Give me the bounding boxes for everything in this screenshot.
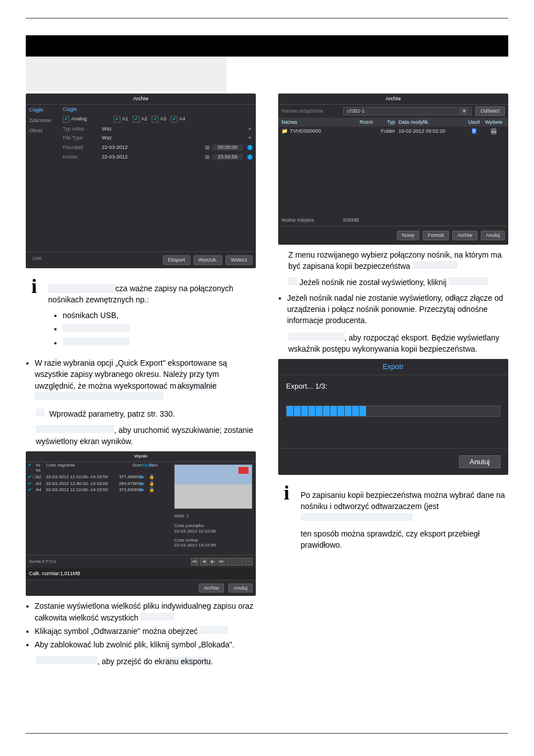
checkbox-analog[interactable]: Analog xyxy=(63,116,87,123)
col-header: Nazwa xyxy=(282,119,356,125)
top-rule xyxy=(26,18,508,18)
screenshot-search: Archiw Ciągłe Zdarzenie Obraz Ciągłe Ana… xyxy=(26,94,256,268)
step-number-placeholder xyxy=(288,277,297,285)
list-item: Klikając symbol „Odtwarzanie" można obej… xyxy=(35,626,256,637)
table-row[interactable]: A322-03-2012 12:40:10--14:16:09284,679KB… xyxy=(26,480,168,487)
play-icon[interactable]: — xyxy=(491,128,496,134)
pager-next[interactable]: ▶ xyxy=(209,558,217,566)
note-text: Po zapisaniu kopii bezpieczeństwa można … xyxy=(301,489,508,524)
step-number-placeholder xyxy=(36,409,45,417)
dialog-title: Archiw xyxy=(26,94,256,105)
free-space-value: 835MB xyxy=(343,217,359,223)
back-button[interactable]: Wstecz xyxy=(226,255,252,265)
sidebar-item[interactable]: Ciągłe xyxy=(26,105,59,115)
checkbox-ch[interactable]: A4 xyxy=(171,116,185,123)
device-label: Nazwa urządzenia xyxy=(282,108,343,114)
table-row[interactable]: ☐A222-03-2012 12:10:00--14:15:59377,466K… xyxy=(26,474,168,480)
col-header: Czas nagrania xyxy=(46,463,113,473)
step-text: Z menu rozwijanego wybierz połączony noś… xyxy=(288,249,508,272)
pager-prev[interactable]: ◀ xyxy=(200,558,208,566)
dialog-title: Wyniki xyxy=(26,451,256,462)
screenshot-export-progress: Expotr Export... 1/3: Anuluj xyxy=(278,359,508,475)
date-field[interactable]: 22-03-2012 xyxy=(102,154,203,160)
info-icon: i xyxy=(26,278,43,294)
step-text: Jeżeli nośnik nie został wyświetlony, kl… xyxy=(299,278,447,287)
lock-icon[interactable]: 🔒 xyxy=(149,487,157,493)
preview-image xyxy=(174,464,252,509)
export-button[interactable]: Eksport xyxy=(163,255,190,265)
delete-icon[interactable]: ✕ xyxy=(472,128,476,134)
field-value[interactable]: Wsz xyxy=(102,135,247,141)
field-label: Typ video xyxy=(63,126,102,132)
clock-icon[interactable] xyxy=(247,145,252,150)
checkbox-ch[interactable]: A2 xyxy=(133,116,147,123)
highlight-text xyxy=(288,333,344,340)
field-label: Koniec xyxy=(63,154,102,160)
time-field[interactable]: 00:00:00 xyxy=(212,144,243,151)
cancel-button[interactable]: Anuluj xyxy=(228,584,252,593)
list-item xyxy=(63,337,256,348)
col-header: Wyśw xyxy=(141,463,149,473)
screenshot-device: Archiw Nazwa urządzenia USB1-1▾ Odśwież … xyxy=(278,94,508,245)
col-header: Usuń xyxy=(466,119,483,125)
archive-button[interactable]: Archiw xyxy=(452,231,477,240)
section-subheader-placeholder xyxy=(26,58,227,91)
sidebar-item-live[interactable]: Live xyxy=(32,255,42,265)
play-icon[interactable]: ▶ xyxy=(141,481,149,487)
col-header: Zabl. xyxy=(149,463,157,473)
tab-active[interactable]: Ciągłe xyxy=(63,106,77,113)
screenshot-results: Wyniki Nr ka Czas nagrania Size Wyśw Zab… xyxy=(26,451,256,596)
pager-last[interactable]: ⏭ xyxy=(218,558,226,566)
checkbox-header[interactable] xyxy=(28,463,36,473)
col-header: Size xyxy=(113,463,141,473)
pager-first[interactable]: ⏮ xyxy=(191,558,199,566)
play-icon[interactable]: ▶ xyxy=(141,487,149,493)
new-button[interactable]: Nowy xyxy=(397,231,420,240)
table-row[interactable]: A422-03-2012 12:10:00--14:15:59373,830KB… xyxy=(26,487,168,493)
step-text: Wprowadź parametry, patrz str. 330. xyxy=(49,409,175,418)
pager-go[interactable]: → xyxy=(245,558,252,566)
search-button[interactable]: Wyszuk. xyxy=(194,255,223,265)
list-item: Aby zablokować lub zwolnić plik, kliknij… xyxy=(35,639,256,650)
field-value[interactable]: Wsz xyxy=(102,126,247,132)
field-label: Początek xyxy=(63,144,102,151)
checkbox-ch[interactable]: A3 xyxy=(152,116,166,123)
col-header: Nr ka xyxy=(36,463,46,473)
section-header-band xyxy=(26,35,508,57)
lock-icon[interactable]: 🔒 xyxy=(149,481,157,487)
progress-label: Export... 1/3: xyxy=(286,382,500,391)
info-icon: i xyxy=(278,485,295,501)
cancel-button[interactable]: Anuluj xyxy=(481,231,505,240)
time-field[interactable]: 23:59:59 xyxy=(212,154,243,160)
col-header: Typ xyxy=(373,119,395,125)
checkbox-ch[interactable]: A1 xyxy=(114,116,128,123)
total-size: Całk. rozmiar:1,011MB xyxy=(26,568,256,580)
dialog-title: Expotr xyxy=(278,359,508,375)
highlight-text xyxy=(36,425,114,433)
list-item xyxy=(63,323,256,334)
table-row[interactable]: 📁 TVHDS00000 Folder 16-02-2012 09:02:20 … xyxy=(278,127,508,137)
progress-bar xyxy=(286,405,500,417)
list-item: nośnikach USB, xyxy=(63,310,256,321)
sidebar-item[interactable]: Obraz xyxy=(26,125,59,136)
footer-rule xyxy=(26,733,508,734)
folder-icon: 📁 xyxy=(282,128,288,135)
format-button[interactable]: Format xyxy=(423,231,449,240)
free-space-label: Wolne miejsce xyxy=(282,217,343,223)
play-icon[interactable]: ▶ xyxy=(141,474,149,480)
archive-button[interactable]: Archiw xyxy=(199,584,224,593)
note-text: ten sposób można sprawdzić, czy eksport … xyxy=(301,528,508,551)
device-select[interactable]: USB1-1▾ xyxy=(343,107,472,115)
field-label: File Type xyxy=(63,135,102,141)
lock-icon[interactable]: 🔒 xyxy=(149,474,157,480)
sidebar-item[interactable]: Zdarzenie xyxy=(26,115,59,126)
refresh-button[interactable]: Odśwież xyxy=(475,106,505,116)
col-header: Wyświe xyxy=(483,119,505,125)
date-field[interactable]: 22-03-2012 xyxy=(102,144,203,151)
clock-icon[interactable] xyxy=(247,155,252,160)
step-text: , aby przejść do ekr xyxy=(97,657,165,666)
result-summary: Suma:3 P:1/1 xyxy=(29,559,56,564)
cancel-button[interactable]: Anuluj xyxy=(459,455,500,469)
list-item: W razie wybrania opcji „Quick Export" ek… xyxy=(35,357,256,403)
hdd-label: HDD: 1 xyxy=(174,514,252,519)
